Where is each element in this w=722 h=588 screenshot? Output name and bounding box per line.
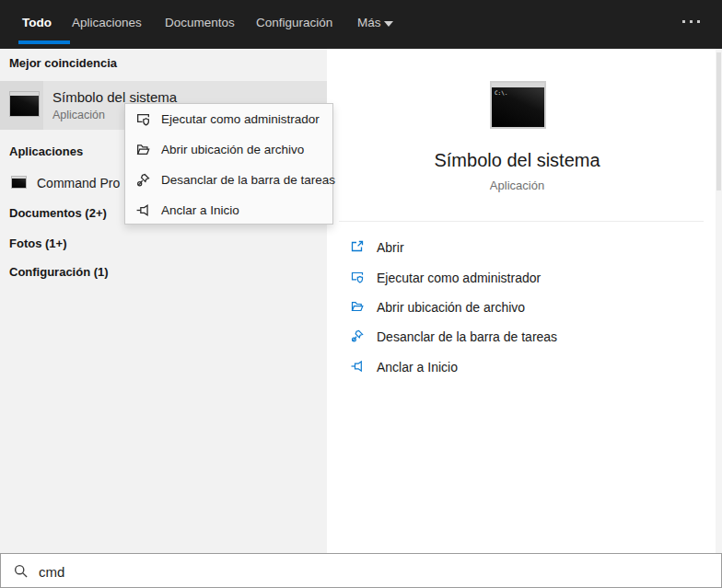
tab-mas[interactable]: Más [357, 16, 381, 29]
run-as-admin-icon [350, 270, 367, 286]
command-prompt-icon [11, 176, 27, 189]
best-match-subtitle: Aplicación [52, 109, 105, 121]
action-label: Abrir [377, 240, 404, 255]
scrollbar[interactable] [716, 49, 722, 553]
menu-item-label: Ejecutar como administrador [161, 112, 320, 126]
result-label: Command Pro [37, 176, 120, 190]
action-label: Anclar a Inicio [377, 360, 458, 375]
more-options-icon[interactable] [682, 20, 700, 23]
menu-item-label: Abrir ubicación de archivo [161, 143, 304, 156]
action-unpin-taskbar[interactable]: Desanclar de la barra de tareas [327, 322, 709, 352]
action-label: Ejecutar como administrador [377, 271, 541, 285]
menu-item-pin-to-start[interactable]: Anclar a Inicio [125, 195, 332, 225]
photos-section-header[interactable]: Fotos (1+) [9, 236, 66, 250]
preview-title: Símbolo del sistema [327, 150, 707, 171]
terminal-prompt-text: C:\. [495, 89, 507, 96]
tab-todo[interactable]: Todo [22, 16, 52, 29]
action-open[interactable]: Abrir [327, 233, 709, 262]
menu-item-open-file-location[interactable]: Abrir ubicación de archivo [125, 134, 332, 165]
preview-subtitle: Aplicación [327, 179, 707, 192]
settings-section-header[interactable]: Configuración (1) [9, 265, 109, 279]
best-match-header: Mejor coincidencia [9, 56, 117, 70]
pin-to-start-icon [350, 359, 367, 375]
preview-actions: Abrir Ejecutar como administrador Abrir … [327, 233, 709, 382]
apps-section-header: Aplicaciones [9, 144, 83, 158]
action-run-as-admin[interactable]: Ejecutar como administrador [327, 262, 709, 292]
menu-item-label: Desanclar de la barra de tareas [161, 173, 335, 187]
action-label: Abrir ubicación de archivo [377, 300, 525, 315]
preview-panel: C:\. Símbolo del sistema Aplicación Abri… [327, 49, 722, 553]
search-bar [0, 553, 722, 588]
context-menu: Ejecutar como administrador Abrir ubicac… [124, 103, 333, 225]
tab-documentos[interactable]: Documentos [165, 16, 235, 29]
scrollbar-thumb[interactable] [716, 52, 721, 190]
chevron-down-icon [384, 21, 393, 27]
search-icon [13, 563, 29, 579]
search-input[interactable] [37, 560, 593, 582]
windows-search-window: Todo Aplicaciones Documentos Configuraci… [0, 0, 722, 588]
open-icon [350, 239, 367, 256]
active-tab-underline [18, 40, 70, 44]
unpin-taskbar-icon [350, 329, 367, 345]
menu-item-label: Anclar a Inicio [161, 203, 239, 217]
command-prompt-icon [9, 91, 40, 117]
tab-configuracion[interactable]: Configuración [256, 16, 332, 29]
action-label: Desanclar de la barra de tareas [377, 329, 557, 344]
menu-item-unpin-taskbar[interactable]: Desanclar de la barra de tareas [125, 165, 332, 195]
divider [339, 221, 704, 222]
documents-section-header[interactable]: Documentos (2+) [9, 206, 107, 220]
pin-to-start-icon [135, 202, 151, 218]
tab-aplicaciones[interactable]: Aplicaciones [72, 16, 142, 29]
search-filter-tabs: Todo Aplicaciones Documentos Configuraci… [0, 0, 722, 49]
action-pin-to-start[interactable]: Anclar a Inicio [327, 352, 709, 382]
file-location-icon [350, 299, 367, 316]
command-prompt-icon-large: C:\. [490, 81, 546, 129]
run-as-admin-icon [135, 111, 151, 127]
file-location-icon [135, 142, 151, 157]
menu-item-run-as-admin[interactable]: Ejecutar como administrador [125, 104, 332, 134]
unpin-taskbar-icon [135, 172, 151, 188]
action-open-file-location[interactable]: Abrir ubicación de archivo [327, 293, 709, 322]
